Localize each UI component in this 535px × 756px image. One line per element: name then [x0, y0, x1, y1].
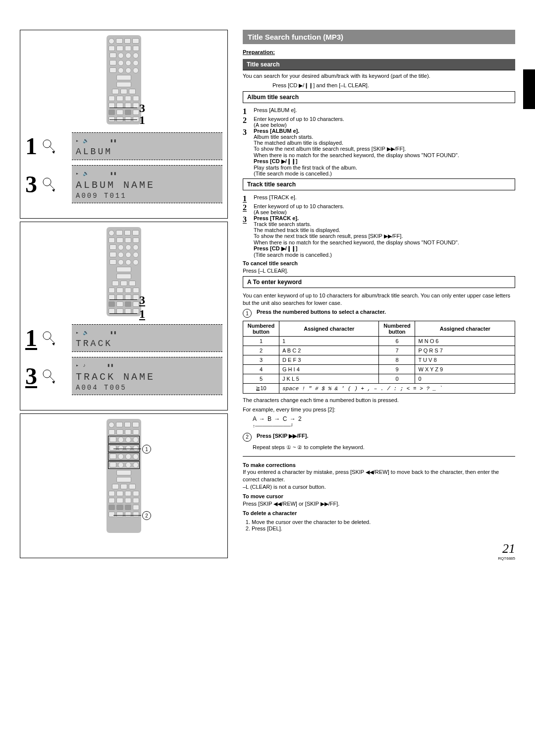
enter-keyword-intro: You can enter keyword of up to 10 charac…: [243, 292, 515, 307]
loop-arrow-icon: ↑──────────┘: [253, 423, 515, 429]
table-cell: D E F 3: [279, 355, 379, 365]
delete-steps: Move the cursor over the character to be…: [252, 519, 515, 531]
table-cell: 3: [243, 355, 279, 365]
track-play-body: (Title search mode is cancelled.): [254, 252, 332, 258]
table-cell: M N O 6: [415, 337, 515, 346]
table-cell: A B C 2: [279, 346, 379, 355]
table-header-assigned-char: Assigned character: [279, 321, 379, 337]
table-header-assigned-char: Assigned character: [415, 321, 515, 337]
table-cell: J K L 5: [279, 374, 379, 384]
remote-control-graphic: [107, 35, 141, 124]
album-play-body: Play starts from the first track of the …: [254, 165, 357, 176]
lcd-track-line: TRACK: [76, 339, 218, 349]
track-illustration-block: 3 1 1 ▸ 🔊 ▮▮ TRACK 3: [20, 222, 228, 410]
callout-1: 1: [139, 114, 145, 127]
album-play-head: Press [CD ▶/❙❙]: [254, 158, 297, 164]
prep-instruction: Press [CD ▶/❙❙] and then [–L CLEAR].: [272, 82, 515, 89]
album-step-1: Press [ALBUM e].: [254, 107, 297, 116]
table-cell: 9: [379, 365, 415, 374]
char-example-note: For example, every time you press [2]:: [243, 406, 515, 413]
track-step-1: Press [TRACK e].: [254, 194, 297, 203]
track-play-head: Press [CD ▶/❙❙]: [254, 245, 297, 251]
table-cell: 5: [243, 374, 279, 384]
section-title: Title Search function (MP3): [243, 30, 515, 44]
circled-2-icon: 2: [243, 433, 252, 442]
table-cell: space ! " # $ % & ' ( ) + , – . / : ; < …: [279, 384, 515, 394]
press-hand-icon: [42, 177, 57, 192]
repeat-note: Repeat steps ① ~ ② to complete the keywo…: [253, 444, 515, 451]
intro-text: You can search for your desired album/tr…: [243, 72, 515, 80]
corrections-heading: To make corrections: [243, 462, 296, 468]
char-table-body: 116M N O 62A B C 27P Q R S 73D E F 38T U…: [243, 337, 515, 384]
album-step-2-sub: (A see below): [254, 122, 287, 128]
keyword-remote-block: 1 2: [20, 413, 228, 558]
album-step-3: Press [ALBUM e].: [254, 128, 299, 134]
step-1-number: 1: [25, 134, 37, 158]
title-search-heading: Title search: [243, 59, 515, 70]
circled-1-icon: 1: [243, 309, 252, 318]
lcd-album-2: ▸ 🔊 ▮▮ ALBUM NAME A009 T011: [72, 165, 222, 203]
table-cell: P Q R S 7: [415, 346, 515, 355]
document-code: RQT6885: [243, 556, 515, 561]
table-cell: T U V 8: [415, 355, 515, 365]
lcd-track-1: ▸ 🔊 ▮▮ TRACK: [72, 324, 222, 352]
table-cell: 1: [279, 337, 379, 346]
track-step-2: Enter keyword of up to 10 characters.: [254, 203, 344, 209]
table-cell: 0: [379, 374, 415, 384]
table-cell: 0: [415, 374, 515, 384]
track-step-3: Press [TRACK e].: [254, 215, 299, 221]
cancel-body: Press [–L CLEAR].: [243, 268, 288, 274]
delete-heading: To delete a character: [243, 510, 297, 516]
album-illustration-block: 3 1 1 ▸ 🔊 ▮▮ ALBUM 3: [20, 30, 228, 219]
table-cell: 1: [243, 337, 279, 346]
char-change-note: The characters change each time a number…: [243, 397, 515, 404]
table-header-numbered-button: Numbered button: [243, 321, 279, 337]
table-cell: 7: [379, 346, 415, 355]
table-cell: 4: [243, 365, 279, 374]
enter-step-2: Press [SKIP ▶▶/FF].: [257, 433, 308, 442]
table-header-numbered-button: Numbered button: [379, 321, 415, 337]
track-result-text: Track title search starts. The matched t…: [254, 221, 459, 245]
track-step-2-sub: (A see below): [254, 209, 287, 215]
right-instruction-column: Title Search function (MP3) Preparation:…: [243, 30, 515, 561]
callout-3: 3: [139, 102, 145, 115]
lcd-album-1: ▸ 🔊 ▮▮ ALBUM: [72, 132, 222, 160]
circled-1-callout: 1: [142, 445, 151, 454]
delete-step-2: Press [DEL].: [252, 525, 515, 531]
table-cell: 8: [379, 355, 415, 365]
table-cell: W X Y Z 9: [415, 365, 515, 374]
cancel-heading: To cancel title search: [243, 260, 298, 266]
track-title-search-box: Track title search: [243, 178, 515, 190]
move-cursor-heading: To move cursor: [243, 493, 283, 499]
lcd-track-index-line: A004 T005: [76, 384, 218, 392]
table-cell: 6: [379, 337, 415, 346]
lcd-album-index-line: A009 T011: [76, 192, 218, 200]
left-illustration-column: 3 1 1 ▸ 🔊 ▮▮ ALBUM 3: [20, 30, 228, 561]
table-cell: G H I 4: [279, 365, 379, 374]
preparation-heading: Preparation:: [243, 49, 515, 55]
corrections-note: –L (CLEAR) is not a cursor button.: [243, 484, 326, 490]
press-hand-icon: [42, 369, 57, 384]
remote-control-graphic: [107, 419, 141, 533]
move-cursor-body: Press [SKIP ◀◀/REW] or [SKIP ▶▶/FF].: [243, 501, 339, 507]
lcd-track-2: ▸ ♪ ▮▮ TRACK NAME A004 T005: [72, 357, 222, 395]
album-step-2: Enter keyword of up to 10 characters.: [254, 116, 344, 122]
album-result-text: Album title search starts. The matched a…: [254, 134, 459, 158]
side-tab: [523, 69, 535, 109]
corrections-body: If you entered a character by mistake, p…: [243, 469, 499, 482]
enter-keyword-box: A To enter keyword: [243, 276, 515, 288]
lcd-track-name-line: TRACK NAME: [76, 371, 218, 383]
enter-step-1: Press the numbered buttons to select a c…: [257, 309, 386, 318]
step-1-number: 1: [25, 326, 37, 350]
step-3-number: 3: [25, 173, 37, 196]
callout-1: 1: [139, 307, 145, 321]
character-table: Numbered button Assigned character Numbe…: [243, 321, 515, 394]
step-3-number: 3: [25, 364, 37, 388]
album-title-search-box: Album title search: [243, 91, 515, 103]
table-cell: ≧10: [243, 384, 279, 394]
page-number: 21: [243, 541, 515, 556]
press-hand-icon: [42, 139, 57, 154]
callout-3: 3: [139, 293, 145, 307]
char-sequence: A → B → C → 2: [253, 415, 515, 422]
lcd-album-name-line: ALBUM NAME: [76, 179, 218, 191]
